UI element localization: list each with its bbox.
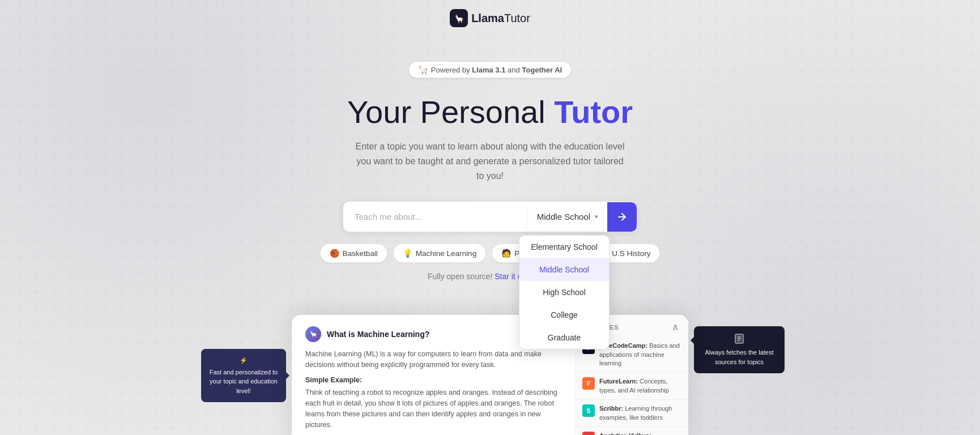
source-item-fl: F FutureLearn: Concepts, types, and AI r… xyxy=(576,373,688,400)
av-logo: A xyxy=(582,432,595,435)
level-option-graduate[interactable]: Graduate xyxy=(519,326,609,349)
chip-ml-label: Machine Learning xyxy=(416,249,476,258)
person-icon: 🧑 xyxy=(501,249,511,258)
sources-close-icon[interactable]: ∧ xyxy=(672,322,679,332)
search-input[interactable] xyxy=(343,202,527,232)
source-item-av: A Analytics Vidhya: Algorithms and real-… xyxy=(576,427,688,435)
tooltip-sources: Always fetches the latest sources for to… xyxy=(694,326,785,373)
logo: 🦙 LlamaTutor xyxy=(450,9,530,27)
level-option-highschool[interactable]: High School xyxy=(519,281,609,304)
scr-logo: S xyxy=(582,404,595,417)
document-icon xyxy=(734,333,745,344)
fl-logo: F xyxy=(582,377,595,390)
preview-example-label: Simple Example: xyxy=(305,375,561,386)
llama-small-icon: 🦙 xyxy=(418,65,428,74)
level-selector[interactable]: Middle School ▾ xyxy=(527,206,607,227)
avatar: 🦙 xyxy=(305,326,321,342)
bulb-icon: 💡 xyxy=(403,249,412,258)
open-source-note: Fully open source! Star it on github. xyxy=(11,272,969,281)
level-option-college[interactable]: College xyxy=(519,304,609,326)
powered-text: Powered by Llama 3.1 and Together AI xyxy=(431,66,562,74)
level-option-elementary[interactable]: Elementary School xyxy=(519,236,609,258)
level-selected-text: Middle School xyxy=(537,212,590,221)
tooltip-personalized: ⚡ Fast and personalized to your topic an… xyxy=(201,349,286,402)
chip-basketball-label: Basketball xyxy=(343,249,378,258)
chip-ml[interactable]: 💡 Machine Learning xyxy=(393,244,486,263)
hero-title: Your Personal Tutor xyxy=(11,94,969,130)
chip-history-label: U.S History xyxy=(612,249,650,258)
preview-window: 🦙 What is Machine Learning? Machine Lear… xyxy=(292,315,688,435)
search-box: Middle School ▾ Elementary School Middle… xyxy=(343,201,637,232)
preview-question: What is Machine Learning? xyxy=(327,330,429,339)
basketball-icon: 🏀 xyxy=(330,249,339,258)
arrow-right-icon xyxy=(616,211,628,223)
preview-intro: Machine Learning (ML) is a way for compu… xyxy=(305,349,561,370)
chevron-down-icon: ▾ xyxy=(595,213,598,220)
svg-text:🦙: 🦙 xyxy=(454,14,465,24)
source-item-scr: S Scribbr: Learning through examples, li… xyxy=(576,400,688,427)
powered-badge: 🦙 Powered by Llama 3.1 and Together AI xyxy=(408,61,572,78)
preview-example-text: Think of teaching a robot to recognize a… xyxy=(305,387,561,430)
submit-button[interactable] xyxy=(607,202,637,232)
level-dropdown: Elementary School Middle School High Sch… xyxy=(519,235,610,349)
llama-icon: 🦙 xyxy=(450,9,468,27)
suggestion-chips: 🏀 Basketball 💡 Machine Learning 🧑 Person… xyxy=(11,244,969,263)
level-option-middle[interactable]: Middle School xyxy=(519,258,609,281)
chip-basketball[interactable]: 🏀 Basketball xyxy=(320,244,387,263)
logo-text: LlamaTutor xyxy=(471,12,530,25)
hero-subtitle: Enter a topic you want to learn about al… xyxy=(354,139,626,183)
